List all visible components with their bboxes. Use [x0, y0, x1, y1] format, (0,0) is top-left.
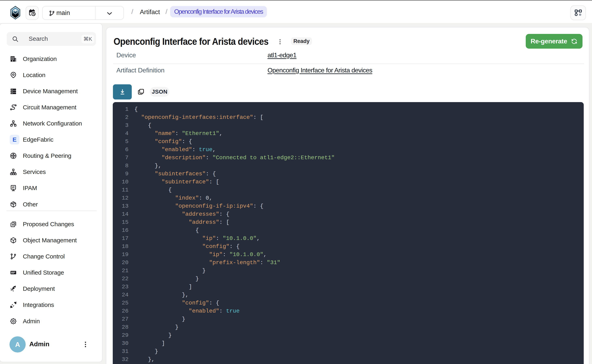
svg-text:IP: IP	[12, 186, 15, 189]
